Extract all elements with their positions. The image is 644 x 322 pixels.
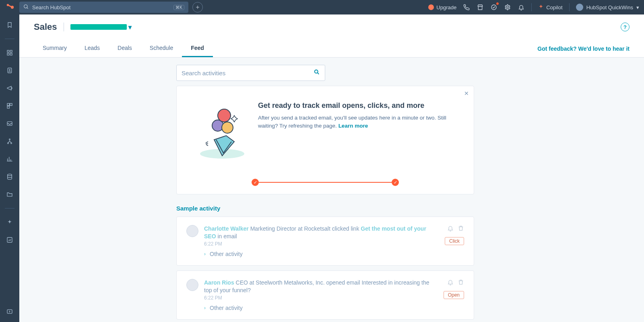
balloons-illustration [196, 101, 248, 162]
dashboard-icon[interactable] [6, 236, 14, 244]
svg-point-29 [222, 122, 233, 133]
help-button[interactable]: ? [621, 23, 630, 31]
reports-icon[interactable] [6, 155, 14, 163]
svg-rect-9 [7, 50, 9, 52]
svg-rect-12 [10, 53, 12, 55]
search-icon[interactable] [314, 69, 320, 77]
tab-feed[interactable]: Feed [182, 40, 213, 57]
create-button[interactable] [192, 2, 203, 12]
svg-point-14 [9, 69, 10, 70]
global-search[interactable]: ⌘K [19, 2, 188, 13]
contact-name[interactable]: Aaron Rios [204, 279, 234, 286]
svg-point-7 [491, 5, 496, 10]
svg-point-3 [24, 4, 27, 8]
sparkle-icon [538, 4, 544, 11]
svg-line-4 [27, 7, 28, 8]
folder-icon[interactable] [6, 190, 14, 198]
intro-body: After you send a tracked email, you'll s… [258, 114, 454, 130]
svg-rect-10 [10, 50, 12, 52]
svg-rect-15 [7, 103, 9, 105]
tab-leads[interactable]: Leads [76, 40, 109, 57]
step-dot: ✓ [252, 179, 259, 186]
learn-more-link[interactable]: Learn more [339, 123, 368, 129]
hubspot-logo-icon[interactable] [5, 2, 15, 12]
tab-schedule[interactable]: Schedule [141, 40, 182, 57]
activity-search-input[interactable] [182, 70, 310, 76]
chevron-down-icon: ▾ [128, 23, 132, 31]
activity-time: 6:22 PM [204, 295, 438, 301]
grid-icon[interactable] [6, 49, 14, 57]
settings-icon[interactable] [504, 4, 511, 11]
trash-icon[interactable] [458, 279, 464, 287]
activity-card: Aaron Rios CEO at Steelworth Metalworks,… [176, 270, 474, 320]
hierarchy-icon[interactable] [6, 137, 14, 145]
tab-summary[interactable]: Summary [34, 40, 76, 57]
activity-card: Charlotte Walker Marketing Director at R… [176, 217, 474, 266]
bell-icon[interactable] [447, 279, 454, 287]
svg-point-30 [218, 109, 231, 122]
expand-sidebar-icon[interactable] [6, 308, 14, 316]
pipeline-selector[interactable]: ▾ [70, 23, 132, 31]
expand-row[interactable]: ›Other activity [204, 305, 438, 311]
inbox-icon[interactable] [6, 120, 14, 128]
intro-title: Get ready to track email opens, clicks, … [258, 101, 454, 110]
pipeline-redacted [70, 24, 127, 30]
svg-rect-17 [7, 106, 9, 108]
activity-text: Aaron Rios CEO at Steelworth Metalworks,… [204, 279, 438, 294]
divider [5, 208, 14, 208]
svg-line-26 [318, 73, 319, 74]
activity-time: 6:22 PM [204, 241, 439, 247]
activity-text: Charlotte Walker Marketing Director at R… [204, 225, 439, 240]
divider [5, 39, 14, 39]
upgrade-icon [428, 4, 434, 10]
copilot-button[interactable]: Copilot [538, 4, 562, 11]
global-search-input[interactable] [32, 4, 170, 10]
contact-name[interactable]: Charlotte Walker [204, 225, 249, 232]
chevron-right-icon: › [204, 305, 206, 311]
trash-icon[interactable] [458, 225, 464, 233]
svg-point-8 [507, 6, 508, 8]
blocks-icon[interactable] [6, 102, 14, 110]
close-icon[interactable]: ✕ [464, 90, 469, 97]
feed-content: ✕ [19, 58, 644, 322]
main-content: Sales ▾ ? SummaryLeadsDealsScheduleFeed … [19, 14, 644, 322]
svg-point-20 [8, 142, 9, 144]
topbar: ⌘K Upgrade Copilot HubSpot QuickWins [0, 0, 644, 14]
divider [569, 3, 570, 11]
account-menu[interactable]: HubSpot QuickWins ▾ [576, 4, 639, 11]
section-label: Sample activity [176, 205, 474, 212]
sparkle-icon[interactable] [6, 218, 14, 226]
chevron-down-icon: ▾ [636, 4, 639, 10]
avatar[interactable] [186, 279, 198, 291]
account-name: HubSpot QuickWins [586, 4, 633, 10]
expand-row[interactable]: ›Other activity [204, 251, 439, 257]
expand-label: Other activity [210, 251, 243, 257]
avatar[interactable] [186, 225, 198, 237]
approvals-icon[interactable] [490, 4, 497, 11]
tab-deals[interactable]: Deals [109, 40, 141, 57]
svg-rect-11 [7, 53, 9, 55]
step-line [259, 182, 392, 183]
svg-rect-2 [8, 5, 11, 7]
notifications-icon[interactable] [518, 4, 525, 11]
upgrade-link[interactable]: Upgrade [428, 4, 456, 10]
phone-icon[interactable] [463, 4, 470, 11]
megaphone-icon[interactable] [6, 84, 14, 92]
tab-bar: SummaryLeadsDealsScheduleFeed Got feedba… [19, 40, 644, 58]
expand-label: Other activity [210, 305, 243, 311]
avatar-icon [576, 4, 583, 11]
database-icon[interactable] [6, 173, 14, 181]
activity-search[interactable] [176, 65, 325, 81]
search-icon [23, 4, 29, 11]
marketplace-icon[interactable] [477, 4, 484, 11]
svg-rect-16 [10, 103, 12, 105]
svg-point-21 [11, 142, 12, 144]
feedback-link[interactable]: Got feedback? We'd love to hear it [537, 41, 630, 57]
svg-point-25 [315, 70, 318, 73]
contacts-icon[interactable] [6, 66, 14, 74]
step-dot: ✓ [392, 179, 399, 186]
intro-card: ✕ [176, 86, 474, 194]
svg-point-19 [9, 139, 10, 140]
bell-icon[interactable] [447, 225, 454, 233]
bookmark-icon[interactable] [6, 21, 14, 29]
